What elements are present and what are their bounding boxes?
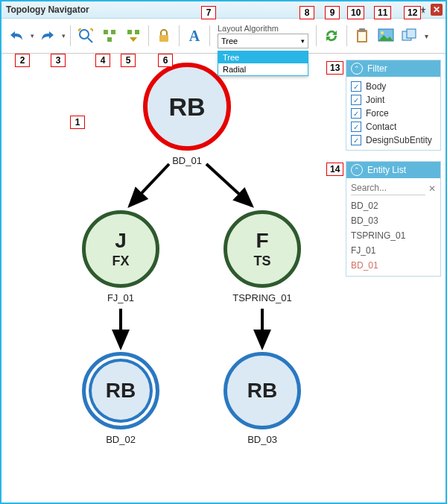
svg-rect-5 [127,30,132,34]
node-leaf-right-circle: RB [224,352,301,429]
collapse-button[interactable] [123,25,144,46]
font-button[interactable]: A [184,25,205,46]
filter-item-label: DesignSubEntity [366,135,432,145]
chevron-up-icon: ⌃ [351,63,363,75]
callout-10: 10 [347,6,364,19]
separator [209,25,210,46]
entity-list-item[interactable]: BD_01 [351,258,436,273]
svg-rect-4 [107,37,112,42]
chevron-down-icon: ▾ [301,37,305,45]
svg-rect-9 [359,28,365,31]
arrange-button[interactable] [99,25,120,46]
layout-option-tree[interactable]: Tree [218,51,308,63]
svg-point-12 [381,31,384,34]
callout-8: 8 [299,6,314,19]
callout-3: 3 [51,54,66,67]
entity-list-item[interactable]: FJ_01 [351,243,436,258]
svg-line-15 [130,164,169,206]
search-input[interactable] [351,181,425,195]
node-mid-right-t1: F [256,230,268,251]
node-root-label: BD_01 [172,155,202,166]
check-icon: ✓ [351,108,361,119]
node-leaf-right-label: BD_03 [247,434,277,445]
layout-algorithm-group: Layout Algorithm Tree ▾ Tree Radial [218,24,308,48]
node-root[interactable]: RB BD_01 [143,63,231,166]
filter-panel-body: ✓Body ✓Joint ✓Force ✓Contact ✓DesignSubE… [346,77,440,150]
layout-option-radial[interactable]: Radial [218,63,308,75]
filter-item[interactable]: ✓Body [351,80,436,93]
node-mid-left-t2: FX [112,254,129,268]
callout-7: 7 [201,6,216,19]
separator [148,25,149,46]
svg-rect-14 [407,29,416,38]
views-button[interactable] [399,25,420,46]
svg-line-1 [88,38,92,42]
node-mid-left-t1: J [115,230,127,251]
callout-1: 1 [70,116,85,129]
filter-item[interactable]: ✓Force [351,107,436,120]
undo-button[interactable] [6,25,27,46]
callout-12: 12 [404,6,421,19]
entity-list-item[interactable]: BD_02 [351,198,436,213]
filter-item-label: Contact [366,122,396,132]
chevron-down-icon[interactable]: ▾ [62,32,66,40]
filter-item-label: Force [366,108,389,119]
layout-algorithm-select[interactable]: Tree ▾ [218,34,308,48]
separator [70,25,71,46]
entity-list: BD_02 BD_03 TSPRING_01 FJ_01 BD_01 [351,198,436,273]
callout-14: 14 [326,163,343,176]
svg-rect-10 [358,32,366,41]
topology-navigator-window: Topology Navigator ✕ ▾ ▾ A [0,0,447,504]
svg-rect-3 [111,30,115,34]
node-leaf-left[interactable]: RB BD_02 [82,352,159,445]
check-icon: ✓ [351,135,361,145]
callout-11: 11 [374,6,391,19]
svg-line-16 [206,164,252,206]
check-icon: ✓ [351,81,361,92]
lock-button[interactable] [153,25,174,46]
zoom-fit-button[interactable] [75,25,96,46]
node-mid-right-label: TSPRING_01 [232,292,291,303]
svg-rect-7 [159,35,168,42]
node-root-text: RB [168,94,205,119]
separator [179,25,180,46]
node-leaf-left-circle: RB [82,352,159,429]
refresh-button[interactable] [321,25,342,46]
separator [316,25,317,46]
close-icon[interactable]: ✕ [431,4,443,16]
chevron-down-icon[interactable]: ▾ [31,32,34,40]
toolbar: ▾ ▾ A Layout Algorithm Tree ▾ [1,19,446,54]
layout-algorithm-label: Layout Algorithm [218,24,308,33]
clipboard-button[interactable] [352,25,372,46]
node-mid-right-circle: F TS [224,210,301,288]
node-leaf-left-t1: RB [106,380,136,401]
filter-item[interactable]: ✓Joint [351,93,436,107]
filter-item[interactable]: ✓Contact [351,120,436,133]
entity-list-item[interactable]: BD_03 [351,213,436,228]
entity-list-item[interactable]: TSPRING_01 [351,228,436,243]
node-mid-right[interactable]: F TS TSPRING_01 [224,210,301,303]
filter-item-label: Body [366,81,386,92]
callout-2: 2 [15,54,30,67]
filter-panel-header[interactable]: ⌃ Filter [346,60,440,77]
node-mid-left-label: FJ_01 [107,292,134,303]
svg-rect-2 [104,30,108,34]
node-mid-right-t2: TS [253,254,270,268]
callout-5: 5 [121,54,136,67]
node-leaf-right[interactable]: RB BD_03 [224,352,301,445]
callout-13: 13 [326,61,343,75]
chevron-up-icon: ⌃ [351,164,363,176]
node-mid-left[interactable]: J FX FJ_01 [82,210,159,303]
redo-button[interactable] [37,25,58,46]
clear-icon[interactable]: ✕ [428,183,436,194]
callout-6: 6 [158,54,173,67]
filter-item[interactable]: ✓DesignSubEntity [351,133,436,147]
image-button[interactable] [375,25,396,46]
check-icon: ✓ [351,122,361,132]
entity-list-panel: ⌃ Entity List ✕ BD_02 BD_03 TSPRING_01 F… [346,161,441,277]
search-wrap: ✕ [351,181,436,195]
node-mid-left-circle: J FX [82,210,159,288]
layout-algorithm-popup: Tree Radial [218,51,308,76]
toolbar-overflow-icon[interactable]: ▾ [423,32,430,40]
entity-list-header[interactable]: ⌃ Entity List [346,162,440,178]
